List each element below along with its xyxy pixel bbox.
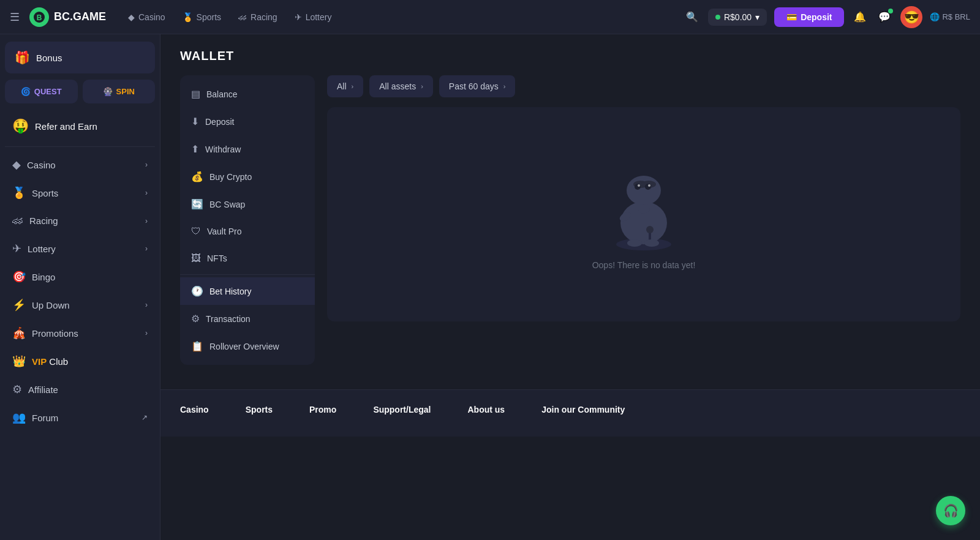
filter-all-label: All (337, 81, 347, 91)
sidebar-item-vip[interactable]: 👑 VIP Club (5, 347, 155, 375)
sidebar-item-racing[interactable]: 🏎 Racing › (5, 207, 155, 234)
svg-point-10 (645, 184, 651, 190)
wallet-menu-rollover[interactable]: 📋 Rollover Overview (180, 332, 315, 360)
footer-community-title: Join our Community (541, 405, 625, 414)
wallet-menu-bcswap[interactable]: 🔄 BC Swap (180, 190, 315, 218)
racing-icon: 🏎 (12, 214, 23, 227)
language-selector[interactable]: 🌐 R$ BRL (930, 12, 970, 21)
wallet-menu-deposit[interactable]: ⬇ Deposit (180, 108, 315, 135)
balance-status-dot (715, 15, 720, 20)
nav-sports[interactable]: 🏅 Sports (175, 9, 228, 26)
footer-promo-title: Promo (309, 405, 336, 414)
sidebar-affiliate-label: Affiliate (28, 384, 148, 395)
forum-icon: 👥 (12, 411, 26, 424)
search-icon[interactable]: 🔍 (684, 9, 701, 25)
sidebar-updown-label: Up Down (32, 300, 139, 310)
buycrypto-menu-icon: 💰 (191, 171, 203, 182)
wallet-menu-withdraw[interactable]: ⬆ Withdraw (180, 135, 315, 163)
updown-icon: ⚡ (12, 298, 26, 312)
sidebar-item-casino[interactable]: ◆ Casino › (5, 151, 155, 179)
bonus-label: Bonus (36, 53, 62, 63)
sidebar-item-forum[interactable]: 👥 Forum ↗ (5, 403, 155, 432)
balance-button[interactable]: R$0.00 ▾ (708, 9, 767, 26)
footer-casino-title: Casino (180, 405, 209, 414)
sidebar-item-bingo[interactable]: 🎯 Bingo (5, 263, 155, 291)
deposit-icon: 💳 (786, 12, 797, 22)
chat-online-dot (888, 9, 893, 13)
casino-nav-icon: ◆ (128, 12, 135, 22)
svg-point-16 (627, 239, 642, 247)
quest-button[interactable]: 🌀 QUEST (5, 80, 78, 103)
nfts-menu-icon: 🖼 (191, 253, 201, 264)
sidebar-item-lottery[interactable]: ✈ Lottery › (5, 234, 155, 263)
footer-support-title: Support/Legal (373, 405, 431, 414)
lottery-icon: ✈ (12, 242, 21, 255)
notifications-icon[interactable]: 🔔 (851, 9, 869, 25)
sidebar-promotions-label: Promotions (32, 328, 139, 339)
logo[interactable]: B BC.GAME (29, 7, 106, 27)
wallet-menu-nfts[interactable]: 🖼 NFTs (180, 245, 315, 272)
lang-label: R$ BRL (942, 12, 970, 21)
bcswap-menu-label: BC Swap (209, 200, 245, 209)
quest-label: QUEST (34, 87, 62, 96)
promotions-icon: 🎪 (12, 326, 26, 340)
sports-chevron-icon: › (145, 189, 148, 197)
deposit-menu-label: Deposit (205, 117, 234, 127)
support-icon: 🎧 (943, 503, 959, 518)
sidebar: 🎁 Bonus 🌀 QUEST 🎡 SPIN 🤑 Refer and Earn … (0, 34, 160, 540)
footer-col-sports: Sports (246, 405, 273, 422)
wallet-main-area: All › All assets › Past 60 days › (327, 75, 960, 365)
transaction-menu-label: Transaction (206, 314, 251, 324)
balance-menu-icon: ▤ (191, 88, 200, 100)
wallet-menu-vaultpro[interactable]: 🛡 Vault Pro (180, 218, 315, 245)
sidebar-divider-1 (5, 146, 155, 147)
rollover-menu-label: Rollover Overview (209, 342, 279, 351)
wallet-menu-transaction[interactable]: ⚙ Transaction (180, 305, 315, 332)
svg-point-5 (627, 176, 661, 205)
promotions-chevron-icon: › (145, 329, 148, 337)
sidebar-vip-label: VIP Club (32, 356, 148, 367)
chat-icon[interactable]: 💬 (876, 9, 893, 25)
avatar[interactable]: 😎 (900, 6, 922, 28)
bonus-button[interactable]: 🎁 Bonus (5, 42, 155, 73)
sidebar-lottery-label: Lottery (28, 244, 139, 254)
support-bubble[interactable]: 🎧 (936, 496, 965, 525)
header-right: 🔍 R$0.00 ▾ 💳 Deposit 🔔 💬 😎 🌐 R$ BRL (684, 6, 970, 28)
spin-button[interactable]: 🎡 SPIN (83, 80, 156, 103)
footer-col-casino: Casino (180, 405, 209, 422)
nav-casino[interactable]: ◆ Casino (121, 9, 173, 26)
sidebar-casino-label: Casino (27, 160, 139, 170)
svg-point-8 (635, 184, 641, 190)
wallet-menu-balance[interactable]: ▤ Balance (180, 80, 315, 108)
sidebar-item-sports[interactable]: 🏅 Sports › (5, 179, 155, 207)
nav-lottery[interactable]: ✈ Lottery (287, 9, 339, 26)
deposit-menu-icon: ⬇ (191, 116, 199, 127)
wallet-layout: ▤ Balance ⬇ Deposit ⬆ Withdraw 💰 Buy Cry… (180, 75, 960, 365)
nfts-menu-label: NFTs (207, 253, 227, 263)
casino-chevron-icon: › (145, 160, 148, 169)
filter-assets[interactable]: All assets › (369, 75, 433, 97)
racing-chevron-icon: › (145, 217, 148, 225)
globe-icon: 🌐 (930, 12, 940, 21)
logo-icon: B (29, 7, 49, 27)
filter-days[interactable]: Past 60 days › (439, 75, 516, 97)
sports-nav-icon: 🏅 (183, 12, 193, 22)
sidebar-item-updown[interactable]: ⚡ Up Down › (5, 291, 155, 319)
wallet-menu-bethistory[interactable]: 🕐 Bet History (180, 277, 315, 305)
nav-racing[interactable]: 🏎 Racing (231, 9, 285, 26)
sidebar-item-affiliate[interactable]: ⚙ Affiliate (5, 375, 155, 403)
refer-earn-button[interactable]: 🤑 Refer and Earn (5, 110, 155, 143)
casino-icon: ◆ (12, 158, 21, 171)
sidebar-item-promotions[interactable]: 🎪 Promotions › (5, 319, 155, 347)
filter-all[interactable]: All › (327, 75, 363, 97)
svg-text:B: B (37, 13, 42, 22)
wallet-menu-buycrypto[interactable]: 💰 Buy Crypto (180, 163, 315, 190)
footer: Casino Sports Promo Support/Legal About … (160, 389, 980, 437)
page-layout: 🎁 Bonus 🌀 QUEST 🎡 SPIN 🤑 Refer and Earn … (0, 34, 980, 540)
sidebar-racing-label: Racing (29, 216, 139, 226)
hamburger-icon[interactable]: ☰ (10, 10, 20, 24)
bethistory-menu-label: Bet History (209, 287, 251, 296)
footer-col-support: Support/Legal (373, 405, 431, 422)
deposit-button[interactable]: 💳 Deposit (774, 7, 844, 27)
sidebar-forum-label: Forum (32, 413, 135, 423)
